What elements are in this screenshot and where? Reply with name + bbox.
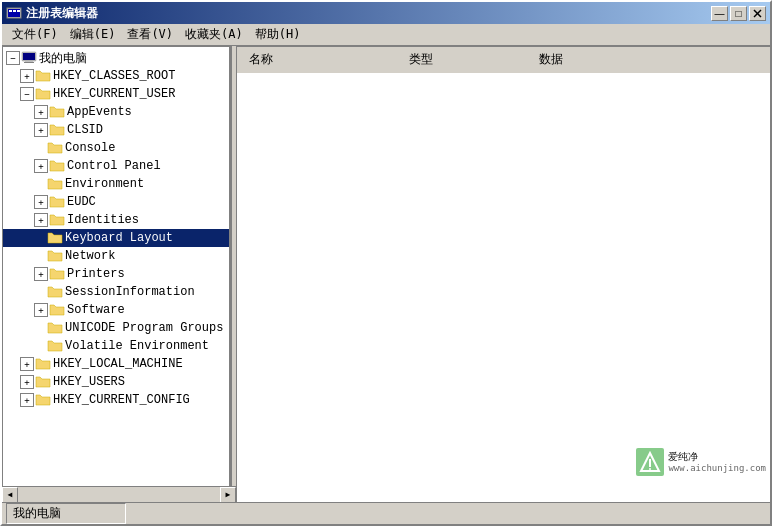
scroll-right-arrow[interactable]: ▶ — [220, 487, 236, 503]
tree-item-volatile-environment[interactable]: Volatile Environment — [3, 337, 229, 355]
folder-icon-clsid — [49, 123, 65, 137]
svg-rect-3 — [13, 10, 16, 12]
expand-identities[interactable]: + — [34, 213, 48, 227]
folder-icon-identities — [49, 213, 65, 227]
tree-item-keyboard-layout[interactable]: Keyboard Layout — [3, 229, 229, 247]
hkey-current-user-label: HKEY_CURRENT_USER — [53, 87, 175, 101]
hkey-users-label: HKEY_USERS — [53, 375, 125, 389]
control-panel-label: Control Panel — [67, 159, 161, 173]
hkey-classes-root-label: HKEY_CLASSES_ROOT — [53, 69, 175, 83]
scroll-left-arrow[interactable]: ◀ — [2, 487, 18, 503]
svg-marker-15 — [48, 143, 62, 153]
svg-marker-11 — [36, 71, 50, 81]
expand-hkey-users[interactable]: + — [20, 375, 34, 389]
tree-item-clsid[interactable]: + CLSID — [3, 121, 229, 139]
svg-marker-12 — [36, 89, 50, 99]
folder-icon-environment — [47, 177, 63, 191]
keyboard-layout-label: Keyboard Layout — [65, 231, 173, 245]
status-bar: 我的电脑 — [2, 502, 770, 524]
tree-item-printers[interactable]: + Printers — [3, 265, 229, 283]
tree-item-network[interactable]: Network — [3, 247, 229, 265]
tree-item-hkey-current-config[interactable]: + HKEY_CURRENT_CONFIG — [3, 391, 229, 409]
expand-software[interactable]: + — [34, 303, 48, 317]
computer-icon — [21, 51, 37, 65]
folder-icon-session-information — [47, 285, 63, 299]
watermark: 爱纯净 www.aichunjing.com — [636, 448, 766, 476]
expand-control-panel[interactable]: + — [34, 159, 48, 173]
no-expand-volatile — [33, 339, 47, 353]
menu-view[interactable]: 查看(V) — [121, 24, 179, 45]
hkey-local-machine-label: HKEY_LOCAL_MACHINE — [53, 357, 183, 371]
expand-hkey-current-user[interactable]: − — [20, 87, 34, 101]
svg-marker-14 — [50, 125, 64, 135]
expand-hkey-classes-root[interactable]: + — [20, 69, 34, 83]
expand-clsid[interactable]: + — [34, 123, 48, 137]
tree-item-hkey-current-user[interactable]: − HKEY_CURRENT_USER — [3, 85, 229, 103]
menu-help[interactable]: 帮助(H) — [249, 24, 307, 45]
svg-rect-8 — [23, 53, 35, 60]
col-header-data: 数据 — [531, 49, 766, 70]
folder-icon-app-events — [49, 105, 65, 119]
folder-icon-hkey-local-machine — [35, 357, 51, 371]
status-text: 我的电脑 — [6, 503, 126, 524]
tree-item-unicode-program-groups[interactable]: UNICODE Program Groups — [3, 319, 229, 337]
col-header-name: 名称 — [241, 49, 401, 70]
printers-label: Printers — [67, 267, 125, 281]
svg-marker-29 — [36, 395, 50, 405]
folder-icon-hkey-current-user — [35, 87, 51, 101]
no-expand-unicode — [33, 321, 47, 335]
tree-horizontal-scrollbar[interactable]: ◀ ▶ — [2, 486, 236, 502]
folder-icon-console — [47, 141, 63, 155]
folder-icon-control-panel — [49, 159, 65, 173]
volatile-environment-label: Volatile Environment — [65, 339, 209, 353]
expand-app-events[interactable]: + — [34, 105, 48, 119]
tree-item-control-panel[interactable]: + Control Panel — [3, 157, 229, 175]
tree-item-software[interactable]: + Software — [3, 301, 229, 319]
menu-favorites[interactable]: 收藏夹(A) — [179, 24, 249, 45]
maximize-button[interactable]: □ — [730, 6, 747, 21]
column-headers: 名称 类型 数据 — [237, 47, 770, 73]
expand-eudc[interactable]: + — [34, 195, 48, 209]
expand-my-computer[interactable]: − — [6, 51, 20, 65]
registry-editor-window: 注册表编辑器 — □ 文件(F) 编辑(E) 查看(V) 收藏夹(A) 帮助(H… — [0, 0, 772, 526]
tree-item-session-information[interactable]: SessionInformation — [3, 283, 229, 301]
svg-marker-21 — [48, 251, 62, 261]
folder-icon-keyboard-layout — [47, 231, 63, 245]
expand-printers[interactable]: + — [34, 267, 48, 281]
svg-marker-13 — [50, 107, 64, 117]
folder-icon-software — [49, 303, 65, 317]
tree-item-hkey-users[interactable]: + HKEY_USERS — [3, 373, 229, 391]
watermark-brand: 爱纯净 — [668, 450, 766, 463]
identities-label: Identities — [67, 213, 139, 227]
svg-marker-20 — [48, 233, 62, 243]
svg-point-32 — [649, 468, 651, 470]
tree-item-environment[interactable]: Environment — [3, 175, 229, 193]
svg-marker-24 — [50, 305, 64, 315]
unicode-program-groups-label: UNICODE Program Groups — [65, 321, 223, 335]
svg-rect-10 — [24, 62, 34, 63]
folder-icon-unicode-program-groups — [47, 321, 63, 335]
menu-file[interactable]: 文件(F) — [6, 24, 64, 45]
close-button[interactable] — [749, 6, 766, 21]
tree-item-identities[interactable]: + Identities — [3, 211, 229, 229]
tree-item-hkey-local-machine[interactable]: + HKEY_LOCAL_MACHINE — [3, 355, 229, 373]
svg-marker-17 — [48, 179, 62, 189]
tree-item-console[interactable]: Console — [3, 139, 229, 157]
expand-hkey-current-config[interactable]: + — [20, 393, 34, 407]
right-content-area — [237, 73, 770, 502]
no-expand-console — [33, 141, 47, 155]
folder-icon-hkey-current-config — [35, 393, 51, 407]
hkey-current-config-label: HKEY_CURRENT_CONFIG — [53, 393, 190, 407]
title-bar-left: 注册表编辑器 — [6, 5, 98, 22]
minimize-button[interactable]: — — [711, 6, 728, 21]
menu-bar: 文件(F) 编辑(E) 查看(V) 收藏夹(A) 帮助(H) — [2, 24, 770, 46]
folder-icon-network — [47, 249, 63, 263]
main-content: − 我的电脑 + — [2, 46, 770, 502]
app-events-label: AppEvents — [67, 105, 132, 119]
menu-edit[interactable]: 编辑(E) — [64, 24, 122, 45]
tree-item-my-computer[interactable]: − 我的电脑 — [3, 49, 229, 67]
tree-item-app-events[interactable]: + AppEvents — [3, 103, 229, 121]
tree-item-hkey-classes-root[interactable]: + HKEY_CLASSES_ROOT — [3, 67, 229, 85]
expand-hkey-local-machine[interactable]: + — [20, 357, 34, 371]
tree-item-eudc[interactable]: + EUDC — [3, 193, 229, 211]
